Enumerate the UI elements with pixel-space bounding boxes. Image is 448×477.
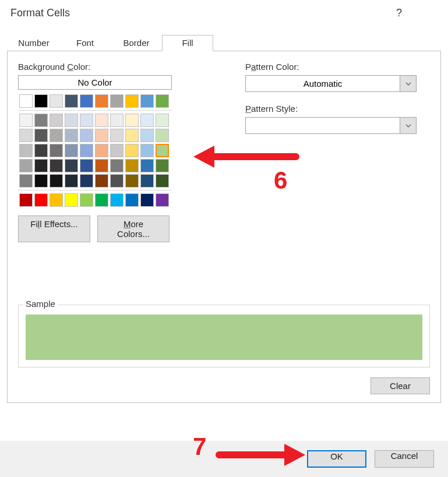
color-swatch[interactable]: [140, 193, 154, 207]
color-swatch[interactable]: [140, 144, 154, 157]
dialog-title: Format Cells: [10, 7, 386, 19]
color-swatch[interactable]: [19, 144, 33, 157]
color-swatch[interactable]: [95, 114, 108, 127]
pattern-color-dropdown[interactable]: Automatic: [245, 75, 417, 92]
pattern-color-label: Pattern Color:: [245, 62, 430, 72]
color-swatch[interactable]: [65, 129, 78, 142]
color-swatch[interactable]: [50, 193, 63, 207]
color-swatch[interactable]: [80, 159, 93, 172]
color-swatch[interactable]: [80, 129, 93, 142]
color-swatch[interactable]: [140, 94, 154, 108]
color-swatch[interactable]: [80, 94, 93, 108]
color-swatch[interactable]: [156, 193, 169, 207]
color-swatch[interactable]: [125, 174, 139, 188]
color-swatch[interactable]: [140, 114, 154, 127]
color-swatch[interactable]: [95, 144, 108, 157]
standard-colors-row: [18, 192, 228, 207]
color-swatch[interactable]: [50, 159, 63, 172]
no-color-button[interactable]: No Color: [18, 75, 172, 90]
color-swatch[interactable]: [19, 129, 33, 142]
color-swatch[interactable]: [65, 144, 78, 157]
fill-effects-button[interactable]: Fill Effects...: [18, 215, 90, 242]
color-swatch[interactable]: [50, 129, 63, 142]
color-swatch[interactable]: [19, 94, 33, 108]
clear-button[interactable]: Clear: [371, 377, 430, 394]
color-swatch[interactable]: [50, 114, 63, 127]
color-swatch[interactable]: [110, 129, 124, 142]
color-swatch[interactable]: [95, 94, 108, 108]
tab-strip: Number Font Border Fill: [8, 35, 448, 51]
ok-button[interactable]: OK: [307, 450, 366, 468]
color-swatch[interactable]: [110, 193, 124, 207]
color-swatch[interactable]: [110, 144, 124, 157]
color-swatch[interactable]: [34, 193, 48, 207]
pattern-style-value: [246, 118, 400, 133]
chevron-down-icon[interactable]: [400, 118, 416, 133]
color-swatch[interactable]: [80, 193, 93, 207]
color-swatch[interactable]: [19, 174, 33, 188]
color-swatch[interactable]: [140, 129, 154, 142]
theme-colors-row: [18, 93, 228, 108]
color-swatch[interactable]: [19, 114, 33, 127]
more-colors-button[interactable]: More Colors...: [97, 215, 170, 242]
color-swatch[interactable]: [80, 174, 93, 188]
color-swatch[interactable]: [95, 129, 108, 142]
tab-font[interactable]: Font: [59, 35, 111, 51]
color-swatch[interactable]: [125, 193, 139, 207]
color-swatch[interactable]: [156, 144, 169, 157]
color-swatch[interactable]: [110, 159, 124, 172]
color-swatch[interactable]: [95, 174, 108, 188]
color-swatch[interactable]: [80, 144, 93, 157]
pattern-style-label: Pattern Style:: [245, 104, 430, 114]
divider: [18, 190, 172, 190]
color-swatch[interactable]: [95, 193, 108, 207]
color-swatch[interactable]: [156, 114, 169, 127]
color-swatch[interactable]: [34, 144, 48, 157]
color-swatch[interactable]: [34, 159, 48, 172]
color-swatch[interactable]: [34, 114, 48, 127]
color-swatch[interactable]: [125, 144, 139, 157]
titlebar: Format Cells ?: [0, 0, 448, 29]
color-swatch[interactable]: [95, 159, 108, 172]
sample-preview: [26, 315, 422, 360]
color-swatch[interactable]: [50, 94, 63, 108]
color-swatch[interactable]: [65, 94, 78, 108]
help-icon[interactable]: ?: [386, 7, 412, 19]
color-swatch[interactable]: [34, 174, 48, 188]
background-color-label: Background Color:: [18, 62, 228, 72]
dialog-footer: OK Cancel: [0, 441, 448, 477]
color-swatch[interactable]: [140, 159, 154, 172]
color-swatch[interactable]: [65, 159, 78, 172]
color-swatch[interactable]: [50, 174, 63, 188]
tab-border[interactable]: Border: [111, 35, 162, 51]
color-swatch[interactable]: [65, 193, 78, 207]
color-swatch[interactable]: [50, 144, 63, 157]
tab-number[interactable]: Number: [8, 35, 59, 51]
color-swatch[interactable]: [156, 94, 169, 108]
tab-fill[interactable]: Fill: [162, 35, 213, 51]
color-swatch[interactable]: [34, 94, 48, 108]
color-swatch[interactable]: [140, 174, 154, 188]
color-swatch[interactable]: [156, 159, 169, 172]
color-swatch[interactable]: [156, 174, 169, 188]
color-swatch[interactable]: [80, 114, 93, 127]
format-cells-dialog: Format Cells ? Number Font Border Fill B…: [0, 0, 448, 477]
color-swatch[interactable]: [125, 159, 139, 172]
color-swatch[interactable]: [125, 114, 139, 127]
color-swatch[interactable]: [110, 114, 124, 127]
pattern-style-dropdown[interactable]: [245, 117, 417, 134]
color-swatch[interactable]: [19, 159, 33, 172]
close-icon[interactable]: [412, 7, 438, 35]
color-swatch[interactable]: [34, 129, 48, 142]
cancel-button[interactable]: Cancel: [375, 450, 434, 468]
color-swatch[interactable]: [125, 94, 139, 108]
color-swatch[interactable]: [65, 174, 78, 188]
chevron-down-icon[interactable]: [400, 76, 416, 91]
color-swatch[interactable]: [125, 129, 139, 142]
color-swatch[interactable]: [65, 114, 78, 127]
color-swatch[interactable]: [110, 94, 124, 108]
color-swatch[interactable]: [156, 129, 169, 142]
color-swatch[interactable]: [19, 193, 33, 207]
svg-line-1: [415, 10, 435, 30]
color-swatch[interactable]: [110, 174, 124, 188]
